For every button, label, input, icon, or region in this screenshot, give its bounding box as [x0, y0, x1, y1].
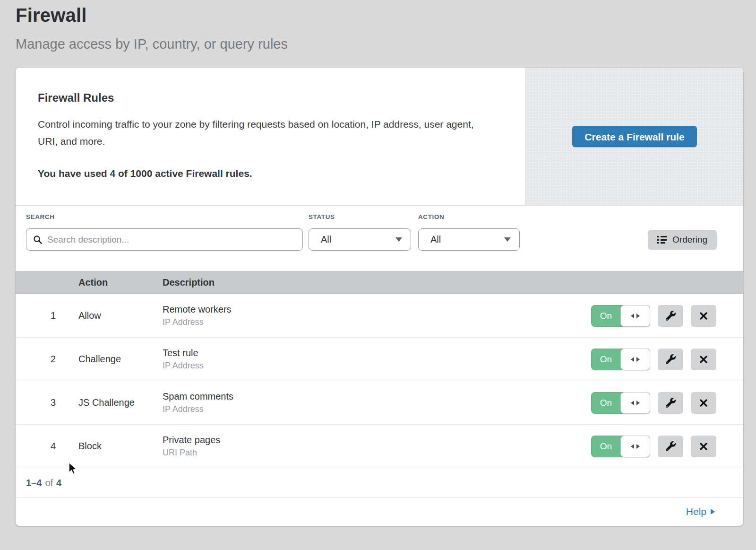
table-row: 3 JS Challenge Spam comments IP Address … [16, 381, 743, 425]
delete-rule-button[interactable] [691, 349, 716, 370]
ordered-list-icon [657, 236, 667, 244]
search-label: SEARCH [26, 213, 55, 220]
overview-description: Control incoming traffic to your zone by… [38, 116, 487, 150]
wrench-icon [666, 441, 676, 451]
chevron-down-icon [395, 237, 402, 242]
rule-match-type: IP Address [163, 361, 591, 371]
help-link-label: Help [686, 506, 706, 517]
toggle-on-label: On [591, 305, 621, 327]
table-row: 1 Allow Remote workers IP Address On [16, 294, 743, 338]
rule-description-text: Spam comments [163, 391, 591, 402]
page-title: Firewall [16, 5, 756, 26]
arrow-left-icon [631, 401, 634, 405]
pagination-of-label: of [45, 478, 53, 489]
rule-description: Remote workers IP Address [163, 304, 591, 327]
edit-rule-button[interactable] [658, 305, 683, 327]
wrench-icon [666, 354, 676, 364]
pagination-range: 1–4 [26, 478, 42, 489]
chevron-down-icon [504, 237, 511, 242]
action-select-value: All [430, 234, 504, 245]
delete-rule-button[interactable] [691, 392, 716, 414]
rules-usage-summary: You have used 4 of 1000 active Firewall … [38, 168, 492, 179]
close-icon [699, 399, 708, 407]
toggle-handle[interactable] [620, 436, 650, 457]
description-column-header: Description [163, 277, 743, 288]
overview-section: Firewall Rules Control incoming traffic … [16, 68, 743, 206]
ordering-button-label: Ordering [672, 235, 707, 245]
page-header: Firewall Manage access by IP, country, o… [0, 0, 756, 52]
close-icon [699, 312, 708, 320]
rule-description-text: Private pages [163, 435, 591, 445]
search-box[interactable] [26, 228, 303, 251]
arrow-left-icon [631, 314, 634, 318]
rule-match-type: URI Path [163, 448, 591, 458]
close-icon [699, 355, 708, 364]
rule-match-type: IP Address [163, 404, 591, 414]
toggle-handle[interactable] [620, 349, 650, 370]
create-firewall-rule-button[interactable]: Create a Firewall rule [572, 126, 696, 147]
rule-enabled-toggle[interactable]: On [591, 305, 650, 327]
status-label: STATUS [309, 213, 335, 220]
close-icon [699, 442, 708, 451]
rule-controls: On [591, 436, 743, 457]
delete-rule-button[interactable] [691, 305, 716, 327]
arrow-right-icon [636, 401, 640, 405]
rule-priority: 4 [16, 441, 78, 452]
rule-description: Private pages URI Path [163, 435, 591, 458]
rule-description: Spam comments IP Address [163, 391, 591, 414]
rule-controls: On [591, 305, 743, 327]
rule-action: Allow [78, 310, 163, 321]
arrow-right-icon [711, 509, 715, 515]
overview-heading: Firewall Rules [38, 91, 492, 105]
arrow-left-icon [631, 357, 634, 362]
firewall-rules-card: Firewall Rules Control incoming traffic … [16, 68, 743, 526]
table-header-row: Action Description [16, 271, 743, 294]
search-icon [33, 235, 43, 244]
arrow-right-icon [636, 357, 640, 362]
rule-enabled-toggle[interactable]: On [591, 392, 650, 414]
page-subtitle: Manage access by IP, country, or query r… [16, 36, 756, 52]
card-footer: Help [16, 498, 743, 525]
action-select[interactable]: All [418, 228, 520, 251]
rule-priority: 2 [16, 354, 78, 365]
rule-enabled-toggle[interactable]: On [591, 349, 650, 370]
toggle-handle[interactable] [620, 305, 650, 327]
rule-description: Test rule IP Address [163, 348, 591, 371]
pagination-total: 4 [56, 478, 61, 489]
rule-controls: On [591, 349, 743, 370]
delete-rule-button[interactable] [691, 436, 716, 457]
overview-text: Firewall Rules Control incoming traffic … [16, 68, 525, 205]
rule-action: Challenge [78, 354, 163, 365]
rule-priority: 1 [16, 310, 78, 321]
edit-rule-button[interactable] [658, 392, 683, 414]
arrow-right-icon [636, 314, 640, 318]
filters-section: SEARCH STATUS All ACTION All Ordering [16, 206, 743, 271]
arrow-left-icon [631, 444, 634, 449]
ordering-button[interactable]: Ordering [648, 230, 717, 250]
rule-description-text: Remote workers [163, 304, 591, 315]
toggle-on-label: On [591, 349, 621, 370]
table-row: 4 Block Private pages URI Path On [16, 425, 743, 468]
action-label: ACTION [418, 213, 444, 220]
edit-rule-button[interactable] [658, 436, 683, 457]
rule-enabled-toggle[interactable]: On [591, 436, 650, 457]
help-link[interactable]: Help [686, 506, 715, 517]
toggle-on-label: On [591, 436, 621, 457]
rule-action: JS Challenge [78, 397, 163, 408]
rule-controls: On [591, 392, 743, 414]
arrow-right-icon [636, 444, 640, 449]
toggle-handle[interactable] [620, 392, 650, 414]
toggle-on-label: On [591, 392, 621, 414]
pagination: 1–4 of 4 [16, 468, 743, 498]
search-input[interactable] [47, 235, 296, 245]
action-column-header: Action [78, 277, 163, 288]
rule-description-text: Test rule [163, 348, 591, 358]
status-select[interactable]: All [309, 228, 411, 251]
rule-action: Block [78, 441, 163, 452]
rule-match-type: IP Address [163, 317, 591, 327]
wrench-icon [666, 311, 676, 321]
rule-priority: 3 [16, 397, 78, 408]
table-row: 2 Challenge Test rule IP Address On [16, 338, 743, 381]
overview-aside: Create a Firewall rule [525, 68, 743, 205]
edit-rule-button[interactable] [658, 349, 683, 370]
